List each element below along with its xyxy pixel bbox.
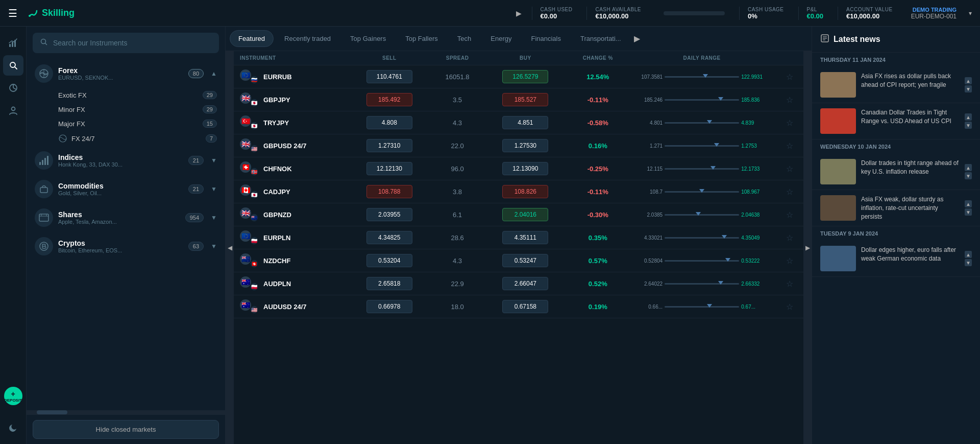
- favorite-star-icon[interactable]: ☆: [786, 279, 793, 288]
- subcategory-minor-fx[interactable]: Minor FX 29: [31, 102, 221, 116]
- instrument-cell-audusd-24/7[interactable]: 🇦🇺 🇺🇸 AUDUSD 24/7: [234, 295, 348, 318]
- favorite-star-icon[interactable]: ☆: [786, 188, 793, 196]
- sell-price[interactable]: 2.65818: [366, 277, 412, 290]
- deposit-button[interactable]: + DEPOSIT: [4, 387, 22, 405]
- instrument-cell-eurrub[interactable]: 🇪🇺 🇷🇺 EURRUB: [234, 65, 348, 88]
- topbar-arrow[interactable]: ▶: [516, 9, 522, 17]
- commodities-chevron-icon[interactable]: ▼: [211, 185, 217, 193]
- buy-price[interactable]: 2.04016: [502, 208, 548, 221]
- sell-cell[interactable]: 12.12130: [348, 157, 431, 180]
- instrument-cell-audpln[interactable]: 🇦🇺 🇵🇱 AUDPLN: [234, 272, 348, 295]
- sell-cell[interactable]: 0.53204: [348, 249, 431, 272]
- news-scroll-up-icon[interactable]: ▲: [965, 164, 972, 171]
- news-item[interactable]: Dollar trades in tight range ahead of ke…: [812, 154, 980, 190]
- indices-chevron-icon[interactable]: ▼: [211, 157, 217, 164]
- buy-price[interactable]: 108.826: [502, 185, 548, 198]
- buy-cell[interactable]: 185.527: [483, 88, 567, 111]
- app-logo[interactable]: Skilling: [28, 8, 75, 19]
- category-item-shares[interactable]: Shares Apple, Tesla, Amazon... 954 ▼: [31, 203, 221, 232]
- buy-cell[interactable]: 4.35111: [483, 226, 567, 249]
- table-scroll-right[interactable]: ▶: [803, 51, 812, 444]
- news-item[interactable]: Asia FX rises as dollar pulls back ahead…: [812, 67, 980, 103]
- sell-cell[interactable]: 110.4761: [348, 65, 431, 88]
- buy-price[interactable]: 185.527: [502, 93, 548, 106]
- sell-price[interactable]: 0.53204: [366, 254, 412, 267]
- buy-price[interactable]: 4.851: [502, 116, 548, 129]
- subcategory-major-fx[interactable]: Major FX 15: [31, 116, 221, 131]
- buy-cell[interactable]: 2.04016: [483, 203, 567, 226]
- menu-icon[interactable]: ☰: [8, 7, 17, 19]
- instrument-cell-chfnok[interactable]: 🇨🇭 🇳🇴 CHFNOK: [234, 157, 348, 180]
- demo-chevron-icon[interactable]: ▾: [969, 10, 972, 17]
- tab-featured[interactable]: Featured: [230, 30, 274, 47]
- favorite-star-icon[interactable]: ☆: [786, 142, 793, 150]
- favorite-cell[interactable]: ☆: [775, 272, 803, 295]
- instrument-cell-eurpln[interactable]: 🇪🇺 🇵🇱 EURPLN: [234, 226, 348, 249]
- buy-cell[interactable]: 12.13090: [483, 157, 567, 180]
- instrument-cell-gbpjpy[interactable]: 🇬🇧 🇯🇵 GBPJPY: [234, 88, 348, 111]
- favorite-cell[interactable]: ☆: [775, 295, 803, 318]
- tab-top-gainers[interactable]: Top Gainers: [341, 30, 395, 47]
- favorite-cell[interactable]: ☆: [775, 157, 803, 180]
- instrument-cell-gbpnzd[interactable]: 🇬🇧 🇳🇿 GBPNZD: [234, 203, 348, 226]
- sell-cell[interactable]: 2.03955: [348, 203, 431, 226]
- news-item[interactable]: Canadian Dollar Trades in Tight Range vs…: [812, 103, 980, 139]
- favorite-star-icon[interactable]: ☆: [786, 233, 793, 242]
- buy-price[interactable]: 12.13090: [502, 162, 548, 175]
- instrument-cell-tryjpy[interactable]: 🇹🇷 🇯🇵 TRYJPY: [234, 111, 348, 134]
- buy-cell[interactable]: 1.27530: [483, 134, 567, 157]
- sell-cell[interactable]: 108.788: [348, 180, 431, 203]
- favorite-cell[interactable]: ☆: [775, 111, 803, 134]
- tab-energy[interactable]: Energy: [482, 30, 520, 47]
- buy-price[interactable]: 1.27530: [502, 139, 548, 152]
- instrument-cell-cadjpy[interactable]: 🇨🇦 🇯🇵 CADJPY: [234, 180, 348, 203]
- search-input[interactable]: [53, 39, 212, 47]
- favorite-star-icon[interactable]: ☆: [786, 256, 793, 265]
- sell-cell[interactable]: 1.27310: [348, 134, 431, 157]
- category-item-indices[interactable]: Indices Honk Kong, 33, DAX 30... 21 ▼: [31, 146, 221, 175]
- search-box[interactable]: [33, 33, 219, 53]
- news-scroll-up-icon[interactable]: ▲: [965, 200, 972, 207]
- news-scroll-down-icon[interactable]: ▼: [965, 172, 972, 179]
- horizontal-scrollbar-thumb[interactable]: [37, 410, 67, 414]
- buy-cell[interactable]: 4.851: [483, 111, 567, 134]
- category-item-forex[interactable]: Forex EURUSD, SEKNOK... 80 ▲: [31, 59, 221, 88]
- favorite-cell[interactable]: ☆: [775, 134, 803, 157]
- tab-transportation[interactable]: Transportati...: [572, 30, 630, 47]
- favorite-star-icon[interactable]: ☆: [786, 119, 793, 127]
- sell-price[interactable]: 2.03955: [366, 208, 412, 221]
- favorite-cell[interactable]: ☆: [775, 88, 803, 111]
- sell-cell[interactable]: 185.492: [348, 88, 431, 111]
- shares-chevron-icon[interactable]: ▼: [211, 214, 217, 221]
- sidebar-item-moon[interactable]: [3, 417, 23, 438]
- favorite-cell[interactable]: ☆: [775, 180, 803, 203]
- sell-cell[interactable]: 2.65818: [348, 272, 431, 295]
- instrument-cell-gbpusd-24/7[interactable]: 🇬🇧 🇺🇸 GBPUSD 24/7: [234, 134, 348, 157]
- sell-price[interactable]: 108.788: [366, 185, 412, 198]
- sell-price[interactable]: 12.12130: [366, 162, 412, 175]
- sell-price[interactable]: 1.27310: [366, 139, 412, 152]
- sidebar-item-chart[interactable]: [3, 33, 23, 53]
- news-item[interactable]: Dollar edges higher, euro falls after we…: [812, 241, 980, 277]
- sell-price[interactable]: 0.66978: [366, 300, 412, 313]
- sidebar-item-pie[interactable]: [3, 78, 23, 98]
- news-scroll-down-icon[interactable]: ▼: [965, 85, 972, 92]
- news-scroll-up-icon[interactable]: ▲: [965, 77, 972, 84]
- news-scroll-up-icon[interactable]: ▲: [965, 251, 972, 258]
- buy-price[interactable]: 126.5279: [502, 70, 548, 83]
- buy-price[interactable]: 0.53247: [502, 254, 548, 267]
- buy-cell[interactable]: 0.67158: [483, 295, 567, 318]
- instrument-cell-nzdchf[interactable]: 🇳🇿 🇨🇭 NZDCHF: [234, 249, 348, 272]
- favorite-cell[interactable]: ☆: [775, 249, 803, 272]
- buy-price[interactable]: 2.66047: [502, 277, 548, 290]
- subcategory-fx-247[interactable]: FX 24/7 7: [31, 131, 221, 146]
- buy-cell[interactable]: 2.66047: [483, 272, 567, 295]
- sidebar-item-person[interactable]: [3, 100, 23, 121]
- tab-tech[interactable]: Tech: [449, 30, 480, 47]
- tab-financials[interactable]: Financials: [522, 30, 570, 47]
- news-scroll-down-icon[interactable]: ▼: [965, 259, 972, 266]
- favorite-star-icon[interactable]: ☆: [786, 302, 793, 311]
- sell-cell[interactable]: 4.34825: [348, 226, 431, 249]
- favorite-star-icon[interactable]: ☆: [786, 165, 793, 173]
- buy-price[interactable]: 4.35111: [502, 231, 548, 244]
